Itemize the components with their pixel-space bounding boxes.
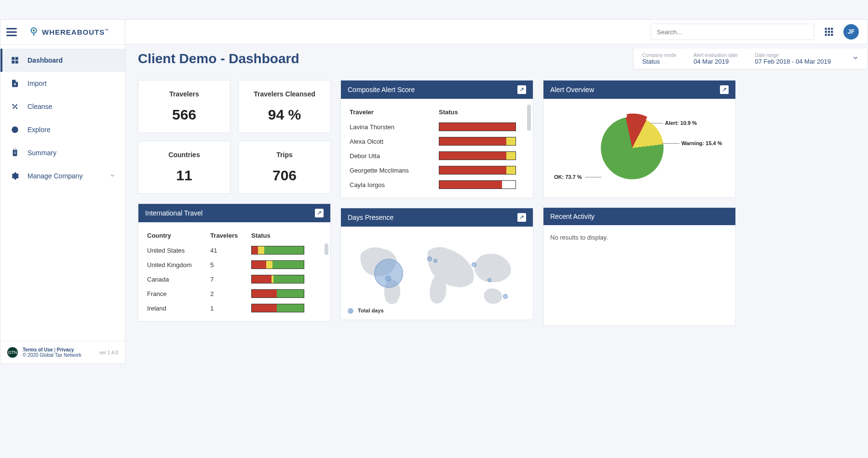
col-3: Alert Overview Alert: 10.9 % Warning: 15…	[543, 80, 736, 326]
expand-icon[interactable]	[315, 209, 324, 217]
svg-rect-5	[15, 61, 18, 64]
svg-point-1	[33, 29, 35, 31]
card-head: Recent Activity	[543, 208, 735, 225]
svg-rect-4	[12, 61, 14, 64]
menu-toggle-icon[interactable]	[6, 26, 20, 39]
card-body: Total days	[341, 227, 533, 320]
status-bar	[251, 260, 304, 269]
svg-rect-19	[831, 34, 833, 36]
search-input[interactable]	[651, 24, 814, 40]
table-row[interactable]: United Kingdom5	[145, 257, 324, 272]
privacy-link[interactable]: Privacy	[57, 347, 74, 352]
scrollbar-thumb[interactable]	[325, 243, 328, 255]
svg-point-8	[12, 126, 18, 133]
card-head: Composite Alert Score	[341, 81, 533, 99]
sidebar-item-summary[interactable]: Summary	[0, 141, 125, 164]
status-bar	[439, 137, 516, 146]
status-bar	[251, 246, 304, 255]
sidebar-topbar: WHEREABOUTS™	[0, 20, 125, 45]
titlebar: Client Demo - Dashboard Company mode Sta…	[125, 44, 868, 73]
status-bar	[251, 275, 304, 283]
sidebar-item-dashboard[interactable]: Dashboard	[0, 49, 125, 72]
status-bar	[439, 122, 516, 131]
card-intl-travel: International Travel Country Travelers S…	[138, 203, 331, 322]
table-row[interactable]: Lavina Thorsten	[348, 120, 526, 134]
kpi-travelers[interactable]: Travelers 566	[138, 80, 231, 133]
sidebar-item-label: Manage Company	[27, 172, 82, 180]
status-bar	[439, 151, 516, 160]
app-root: WHEREABOUTS™ Dashboard Import Cleanse Ex…	[0, 0, 868, 458]
svg-rect-13	[831, 28, 833, 30]
kpi-grid: Travelers 566 Travelers Cleansed 94 % Co…	[138, 80, 331, 194]
version-text: ver 1.4.0	[99, 350, 118, 355]
card-head: Days Presence	[341, 208, 533, 227]
brand-text: WHEREABOUTS™	[42, 28, 109, 36]
table-row[interactable]: Cayla Iorgos	[348, 177, 526, 192]
chevron-down-icon	[109, 172, 115, 180]
card-head: International Travel	[138, 204, 330, 222]
avatar[interactable]: JF	[843, 24, 859, 40]
card-body: Traveler Status Lavina ThorstenAlexa Olc…	[341, 99, 533, 198]
svg-rect-15	[828, 31, 830, 33]
import-icon	[10, 79, 20, 88]
filter-bar[interactable]: Company mode Status Alert evaluation dat…	[633, 49, 868, 69]
kpi-countries[interactable]: Countries 11	[138, 141, 231, 194]
svg-rect-12	[828, 28, 830, 30]
empty-state-text: No results to display.	[550, 231, 729, 244]
table-row[interactable]: Canada7	[145, 272, 324, 286]
table-row[interactable]: Debor Utta	[348, 148, 526, 163]
card-head: Alert Overview	[543, 81, 735, 99]
status-bar	[439, 180, 516, 189]
sidebar-item-label: Explore	[27, 126, 50, 134]
svg-rect-3	[15, 57, 18, 60]
table-row[interactable]: Alexa Olcott	[348, 134, 526, 148]
svg-rect-10	[14, 149, 16, 150]
sidebar-item-cleanse[interactable]: Cleanse	[0, 95, 125, 118]
world-map[interactable]	[348, 232, 526, 314]
table-row[interactable]: Georgette Mcclimans	[348, 163, 526, 177]
table-row[interactable]: Ireland1	[145, 301, 324, 315]
status-bar	[251, 289, 304, 298]
filter-date-range: Date range 07 Feb 2018 - 04 Mar 2019	[755, 53, 831, 65]
chevron-down-icon	[852, 54, 859, 63]
card-recent-activity: Recent Activity No results to display.	[543, 207, 736, 326]
explore-icon	[10, 125, 20, 135]
intl-table: Country Travelers Status United States41…	[145, 228, 324, 315]
card-alert-overview: Alert Overview Alert: 10.9 % Warning: 15…	[543, 80, 736, 198]
terms-link[interactable]: Terms of Use	[23, 347, 53, 352]
logo-pin-icon	[28, 26, 39, 39]
expand-icon[interactable]	[720, 85, 729, 94]
sidebar-item-label: Import	[27, 80, 47, 87]
sidebar-item-import[interactable]: Import	[0, 72, 125, 95]
expand-icon[interactable]	[517, 213, 526, 222]
content-grid: Travelers 566 Travelers Cleansed 94 % Co…	[125, 73, 868, 336]
status-bar	[439, 166, 516, 175]
copyright-text: © 2020 Global Tax Network	[23, 352, 81, 358]
sidebar-item-label: Summary	[27, 149, 56, 157]
dashboard-icon	[10, 55, 20, 65]
cleanse-icon	[10, 102, 20, 111]
scrollbar-thumb[interactable]	[527, 105, 531, 131]
table-row[interactable]: United States41	[145, 243, 324, 257]
card-days-presence: Days Presence	[340, 208, 533, 320]
sidebar-footer: GTN Terms of Use | Privacy © 2020 Global…	[0, 341, 125, 364]
svg-rect-17	[825, 34, 827, 36]
svg-rect-18	[828, 34, 830, 36]
expand-icon[interactable]	[517, 85, 526, 94]
alert-pie-chart[interactable]: Alert: 10.9 % Warning: 15.4 % OK: 73.7 %	[550, 105, 729, 191]
table-row[interactable]: France2	[145, 286, 324, 301]
svg-point-7	[17, 108, 18, 109]
kpi-cleansed[interactable]: Travelers Cleansed 94 %	[238, 80, 331, 133]
apps-grid-icon[interactable]	[822, 25, 836, 39]
svg-rect-16	[831, 31, 833, 33]
status-bar	[251, 304, 304, 312]
card-body: Alert: 10.9 % Warning: 15.4 % OK: 73.7 %	[543, 99, 735, 197]
card-body: Country Travelers Status United States41…	[138, 222, 330, 321]
svg-rect-2	[12, 57, 14, 60]
sidebar-item-explore[interactable]: Explore	[0, 118, 125, 141]
sidebar-nav: Dashboard Import Cleanse Explore Summary…	[0, 45, 125, 341]
brand[interactable]: WHEREABOUTS™	[28, 26, 109, 39]
svg-rect-14	[825, 31, 827, 33]
sidebar-item-manage-company[interactable]: Manage Company	[0, 164, 125, 188]
kpi-trips[interactable]: Trips 706	[238, 141, 331, 194]
